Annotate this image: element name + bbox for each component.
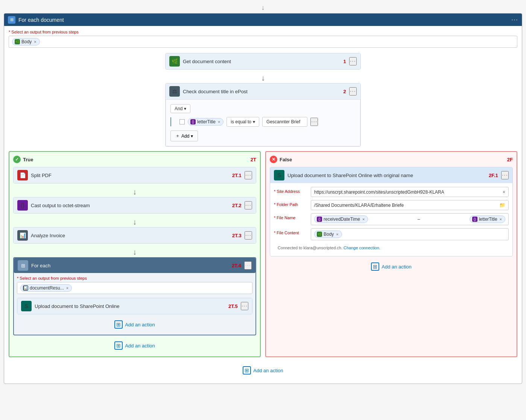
- change-connection-link[interactable]: Change connection.: [344, 246, 380, 250]
- cast-output-card: {} Cast output to octet-stream 2T.2 ···: [13, 197, 256, 214]
- site-address-text: https://unscrpt.sharepoint.com/sites/uns…: [314, 190, 444, 195]
- add-action-true-outer-label: Add an action: [125, 343, 155, 349]
- split-container: ✓ True 2T 📄 Split PDF 2T.1 ···: [9, 151, 517, 357]
- foreach-nested: ⊞ For each 2T.4 ··· * Select an output f…: [13, 257, 256, 335]
- step2-menu[interactable]: ···: [349, 87, 357, 96]
- letter-title-token2: {} letterTitle ×: [470, 215, 505, 223]
- plus-icon: ＋: [175, 133, 180, 139]
- foreach-outer-menu[interactable]: ···: [511, 16, 518, 24]
- upload-2t5-menu[interactable]: ···: [241, 302, 248, 310]
- folder-path-label: * Folder Path: [274, 200, 308, 207]
- true-branch-header: ✓ True 2T: [13, 156, 256, 163]
- foreach-nested-left: ⊞ For each: [18, 260, 50, 271]
- analyze-invoice-left: 📊 Analyze Invoice: [17, 230, 65, 241]
- arrow-split1: ↓: [13, 186, 256, 197]
- site-address-row: * Site Address https://unscrpt.sharepoin…: [274, 187, 509, 197]
- and-chevron: ▾: [184, 106, 186, 111]
- upload-2f1-left: S Upload document to SharePoint Online w…: [274, 170, 413, 180]
- upload-2t5-number: 2T.5: [228, 303, 238, 309]
- doc-resu-close[interactable]: ×: [66, 286, 68, 290]
- cast-output-left: {} Cast output to octet-stream: [17, 200, 90, 211]
- outer-field-label: * Select an output from previous steps: [9, 30, 517, 34]
- foreach-outer-header: ⊞ For each document ···: [4, 14, 522, 26]
- add-chevron: ▾: [191, 133, 193, 139]
- add-action-foreach-inner-label: Add an action: [125, 322, 155, 328]
- site-address-value: https://unscrpt.sharepoint.com/sites/uns…: [311, 187, 509, 197]
- bottom-add-action-btn[interactable]: ⊞ Add an action: [240, 363, 286, 378]
- condition-line: [170, 117, 175, 126]
- upload-2f1-label: Upload document to SharePoint Online wit…: [287, 173, 413, 178]
- cast-output-icon: {}: [17, 200, 28, 211]
- doc-resu-icon: 📊: [23, 285, 28, 291]
- step1-label: Get document content: [183, 59, 231, 64]
- body-token-close[interactable]: ×: [34, 39, 36, 44]
- true-branch-number: 2T: [251, 157, 256, 162]
- condition-op-label: is equal to: [231, 119, 251, 124]
- upload-2t5-left: S Upload document to SharePoint Online: [21, 301, 119, 311]
- received-date-label: receivedDateTime: [324, 217, 360, 222]
- step1-right: 1 ···: [343, 57, 357, 65]
- split-pdf-card: 📄 Split PDF 2T.1 ···: [13, 167, 256, 183]
- arrow-split2: ↓: [13, 217, 256, 227]
- add-action-foreach-inner[interactable]: ⊞ Add an action: [17, 317, 252, 332]
- split-pdf-header: 📄 Split PDF 2T.1 ···: [14, 167, 256, 183]
- add-condition-btn[interactable]: ＋ Add ▾: [170, 130, 198, 141]
- false-branch-label: ✕ False: [270, 156, 292, 163]
- step2-number: 2: [343, 89, 346, 94]
- true-branch: ✓ True 2T 📄 Split PDF 2T.1 ···: [9, 151, 261, 357]
- upload-2f1-menu[interactable]: ···: [501, 171, 509, 179]
- folder-path-browse[interactable]: 📁: [499, 202, 505, 208]
- letter-title-close2[interactable]: ×: [500, 217, 502, 221]
- false-branch-header: ✕ False 2F: [270, 156, 513, 163]
- false-branch: ✕ False 2F S Upload document to SharePoi…: [265, 151, 517, 357]
- condition-checkbox[interactable]: [179, 119, 185, 124]
- file-content-label: * File Content: [274, 228, 308, 235]
- letter-title-close[interactable]: ×: [218, 120, 220, 124]
- step1-left: 🌿 Get document content: [169, 56, 231, 67]
- split-pdf-menu[interactable]: ···: [245, 171, 252, 179]
- split-pdf-right: 2T.1 ···: [232, 171, 252, 179]
- received-date-close[interactable]: ×: [362, 217, 365, 221]
- upload-2f1-fields: * Site Address https://unscrpt.sharepoin…: [270, 183, 512, 256]
- add-action-true-outer[interactable]: ⊞ Add an action: [13, 338, 256, 353]
- add-action-false[interactable]: ⊞ Add an action: [270, 259, 513, 274]
- condition-inner: And ▾ {} letterTitle × is equa: [166, 99, 360, 146]
- condition-op-select[interactable]: is equal to ▾: [227, 117, 259, 127]
- step2-left: ⚖ Check document title in ePost: [169, 86, 248, 97]
- condition-value-input[interactable]: Gescannter Brief: [262, 117, 307, 127]
- foreach-nested-number: 2T.4: [232, 263, 241, 268]
- analyze-invoice-number: 2T.3: [232, 233, 242, 238]
- top-arrow: ↓: [4, 4, 522, 12]
- upload-2f1-right: 2F.1 ···: [489, 171, 509, 179]
- step1-container: 🌿 Get document content 1 ···: [165, 53, 361, 70]
- file-name-label: * File Name: [274, 213, 308, 220]
- split-pdf-icon: 📄: [17, 170, 28, 180]
- condition-op-chevron: ▾: [253, 119, 255, 124]
- add-action-false-label: Add an action: [382, 264, 412, 270]
- step2-label: Check document title in ePost: [183, 89, 248, 94]
- analyze-invoice-icon: 📊: [17, 230, 28, 241]
- step1-card: 🌿 Get document content 1 ···: [165, 53, 361, 70]
- body-token2-icon: 🌿: [317, 232, 322, 237]
- body-token2-close[interactable]: ×: [336, 232, 338, 237]
- foreach-nested-menu[interactable]: ···: [244, 261, 252, 270]
- file-name-row: * File Name {} receivedDateTime × – {}: [274, 213, 509, 225]
- condition-row-menu[interactable]: ···: [310, 118, 318, 126]
- and-label: And: [175, 106, 182, 111]
- arrow1: ↓: [9, 73, 517, 83]
- true-branch-label: ✓ True: [13, 156, 33, 163]
- foreach-nested-header: ⊞ For each 2T.4 ···: [14, 258, 255, 273]
- foreach-outer-title: For each document: [18, 17, 64, 23]
- connection-info: Connected to klara@unscripted.ch. Change…: [274, 243, 509, 252]
- step1-menu[interactable]: ···: [349, 57, 357, 65]
- received-date-icon: {}: [317, 217, 322, 222]
- body-token2: 🌿 Body ×: [314, 230, 342, 238]
- cast-output-menu[interactable]: ···: [245, 201, 252, 209]
- and-dropdown[interactable]: And ▾: [170, 104, 190, 113]
- step2-container: ⚖ Check document title in ePost 2 ··· An…: [165, 83, 361, 147]
- analyze-invoice-menu[interactable]: ···: [245, 231, 252, 240]
- upload-2f1-number: 2F.1: [489, 173, 498, 178]
- body-token-icon: 🌿: [15, 39, 20, 44]
- foreach-outer-container: ⊞ For each document ··· * Select an outp…: [4, 13, 522, 384]
- site-address-clear[interactable]: ×: [502, 189, 505, 195]
